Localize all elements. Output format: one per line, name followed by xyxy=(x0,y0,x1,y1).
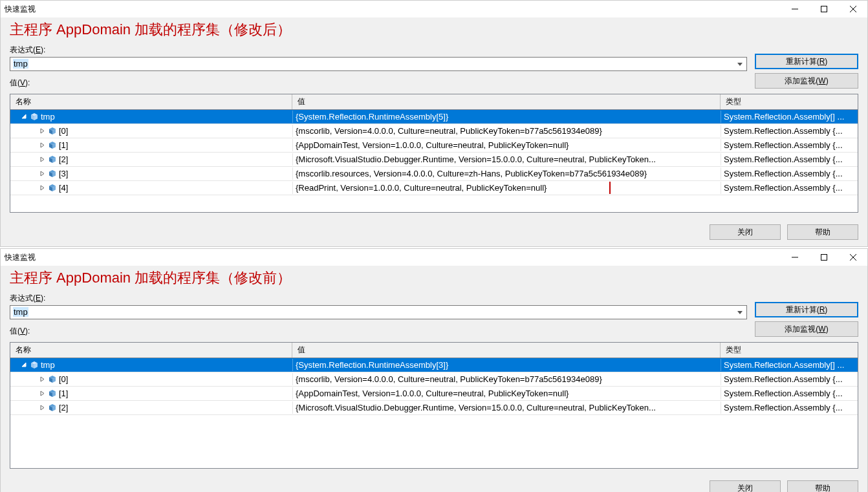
col-header-type[interactable]: 类型 xyxy=(721,94,858,109)
type-cell: System.Reflection.Assembly {... xyxy=(721,125,858,137)
expression-label: 表达式(E): xyxy=(10,42,747,57)
close-button[interactable] xyxy=(838,3,867,16)
close-dialog-button[interactable]: 关闭 xyxy=(710,224,781,240)
window-title: 快速监视 xyxy=(5,252,36,263)
grid-body: tmp {System.Reflection.RuntimeAssembly[5… xyxy=(10,110,858,212)
row-type: System.Reflection.Assembly {... xyxy=(724,126,843,136)
table-row[interactable]: [1] {AppDomainTest, Version=1.0.0.0, Cul… xyxy=(10,138,858,153)
value-cell: {ReadPrint, Version=1.0.0.0, Culture=neu… xyxy=(292,182,721,194)
grid-header: 名称 值 类型 xyxy=(10,94,858,110)
row-type: System.Reflection.Assembly {... xyxy=(724,169,843,178)
type-cell: System.Reflection.Assembly {... xyxy=(721,401,858,414)
row-value: {mscorlib, Version=4.0.0.0, Culture=neut… xyxy=(296,126,602,136)
minimize-button[interactable] xyxy=(780,251,809,264)
col-header-type[interactable]: 类型 xyxy=(721,343,858,358)
watch-grid: 名称 值 类型 tmp {System.Reflection.RuntimeAs… xyxy=(10,342,858,469)
row-name: [3] xyxy=(59,169,68,178)
row-value: {System.Reflection.RuntimeAssembly[5]} xyxy=(296,112,448,122)
row-name: [2] xyxy=(59,403,68,412)
table-row[interactable]: [2] {Microsoft.VisualStudio.Debugger.Run… xyxy=(10,401,858,415)
expander-icon[interactable] xyxy=(39,142,46,149)
name-cell: [4] xyxy=(10,182,292,194)
table-row[interactable]: tmp {System.Reflection.RuntimeAssembly[5… xyxy=(10,110,858,124)
row-name: [1] xyxy=(59,140,68,150)
maximize-button[interactable] xyxy=(809,3,838,16)
name-cell: [0] xyxy=(10,125,292,137)
col-header-value[interactable]: 值 xyxy=(292,94,721,109)
row-name: [0] xyxy=(59,374,68,384)
table-row[interactable]: [3] {mscorlib.resources, Version=4.0.0.0… xyxy=(10,167,858,181)
close-button[interactable] xyxy=(838,251,867,264)
table-row[interactable]: [1] {AppDomainTest, Version=1.0.0.0, Cul… xyxy=(10,387,858,401)
help-button[interactable]: 帮助 xyxy=(787,224,858,240)
titlebar: 快速监视 xyxy=(1,1,867,17)
object-icon xyxy=(47,389,58,398)
expression-input[interactable]: tmp xyxy=(10,305,747,319)
expander-icon[interactable] xyxy=(39,170,46,177)
object-icon xyxy=(47,375,58,384)
minimize-button[interactable] xyxy=(780,3,809,16)
row-type: System.Reflection.Assembly {... xyxy=(724,183,843,193)
row-value: {mscorlib.resources, Version=4.0.0.0, Cu… xyxy=(296,169,647,178)
type-cell: System.Reflection.Assembly {... xyxy=(721,167,858,180)
name-cell: [1] xyxy=(10,139,292,151)
expression-dropdown[interactable] xyxy=(734,58,746,70)
type-cell: System.Reflection.Assembly {... xyxy=(721,373,858,385)
name-cell: tmp xyxy=(10,111,292,123)
row-type: System.Reflection.Assembly {... xyxy=(724,374,843,384)
close-dialog-button[interactable]: 关闭 xyxy=(710,480,781,492)
name-cell: [2] xyxy=(10,401,292,414)
titlebar: 快速监视 xyxy=(1,249,867,266)
recalculate-button[interactable]: 重新计算(R) xyxy=(755,302,858,317)
col-header-name[interactable]: 名称 xyxy=(10,343,292,358)
value-cell: {mscorlib, Version=4.0.0.0, Culture=neut… xyxy=(292,125,721,137)
value-cell: {mscorlib, Version=4.0.0.0, Culture=neut… xyxy=(292,373,721,385)
maximize-button[interactable] xyxy=(809,251,838,264)
expression-dropdown[interactable] xyxy=(734,306,746,319)
add-watch-button[interactable]: 添加监视(W) xyxy=(755,321,858,337)
value-cell: {Microsoft.VisualStudio.Debugger.Runtime… xyxy=(292,153,721,166)
expander-icon[interactable] xyxy=(39,156,46,163)
help-button[interactable]: 帮助 xyxy=(787,480,858,492)
expander-icon[interactable] xyxy=(39,376,46,383)
name-cell: [1] xyxy=(10,387,292,400)
watch-grid: 名称 值 类型 tmp {System.Reflection.RuntimeAs… xyxy=(10,94,858,213)
row-value: {Microsoft.VisualStudio.Debugger.Runtime… xyxy=(296,155,656,164)
expander-icon[interactable] xyxy=(21,113,28,120)
table-row[interactable]: [4] {ReadPrint, Version=1.0.0.0, Culture… xyxy=(10,181,858,195)
value-label: 值(V): xyxy=(10,323,747,338)
object-icon xyxy=(47,155,58,164)
row-value: {Microsoft.VisualStudio.Debugger.Runtime… xyxy=(296,403,656,412)
expander-icon[interactable] xyxy=(39,404,46,411)
object-icon xyxy=(29,112,39,122)
row-type: System.Reflection.Assembly[] ... xyxy=(724,112,844,122)
table-row[interactable]: tmp {System.Reflection.RuntimeAssembly[3… xyxy=(10,358,858,372)
object-icon xyxy=(47,127,58,136)
expander-icon[interactable] xyxy=(39,390,46,397)
row-value: {mscorlib, Version=4.0.0.0, Culture=neut… xyxy=(296,374,602,384)
expander-icon[interactable] xyxy=(39,184,46,191)
annotation-text: 主程序 AppDomain 加载的程序集（修改后） xyxy=(1,17,867,42)
row-value: {AppDomainTest, Version=1.0.0.0, Culture… xyxy=(296,389,569,398)
name-cell: [2] xyxy=(10,153,292,166)
table-row[interactable]: [0] {mscorlib, Version=4.0.0.0, Culture=… xyxy=(10,372,858,387)
add-watch-button[interactable]: 添加监视(W) xyxy=(755,73,858,89)
expression-input[interactable]: tmp xyxy=(10,57,747,71)
name-cell: [3] xyxy=(10,167,292,180)
row-type: System.Reflection.Assembly {... xyxy=(724,403,843,412)
table-row[interactable]: [0] {mscorlib, Version=4.0.0.0, Culture=… xyxy=(10,124,858,138)
row-value: {System.Reflection.RuntimeAssembly[3]} xyxy=(296,360,448,370)
row-name: [1] xyxy=(59,389,68,398)
object-icon xyxy=(47,141,58,150)
col-header-name[interactable]: 名称 xyxy=(10,94,292,109)
col-header-value[interactable]: 值 xyxy=(292,343,721,358)
expander-icon[interactable] xyxy=(39,127,46,134)
type-cell: System.Reflection.Assembly {... xyxy=(721,182,858,194)
expression-label: 表达式(E): xyxy=(10,290,747,305)
expander-icon[interactable] xyxy=(21,361,28,369)
recalculate-button[interactable]: 重新计算(R) xyxy=(755,54,858,69)
type-cell: System.Reflection.Assembly {... xyxy=(721,153,858,166)
grid-header: 名称 值 类型 xyxy=(10,343,858,358)
table-row[interactable]: [2] {Microsoft.VisualStudio.Debugger.Run… xyxy=(10,153,858,167)
row-name: [0] xyxy=(59,126,68,136)
